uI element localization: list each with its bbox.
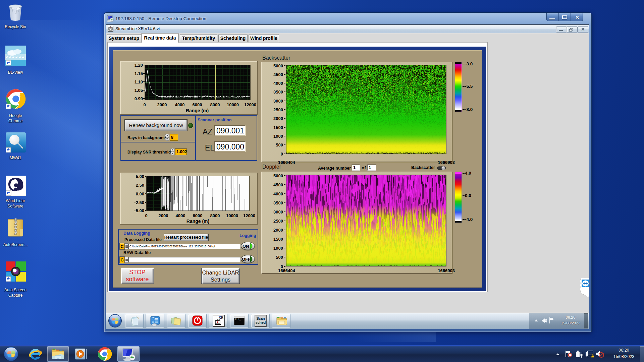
svg-text:OFF: OFF	[242, 257, 251, 262]
svg-text:sched: sched	[256, 320, 266, 324]
svg-text:Scan: Scan	[256, 316, 265, 320]
svg-text:ON: ON	[243, 244, 249, 249]
svg-text:XR: XR	[219, 316, 224, 319]
svg-text:C:\_: C:\_	[235, 318, 241, 321]
